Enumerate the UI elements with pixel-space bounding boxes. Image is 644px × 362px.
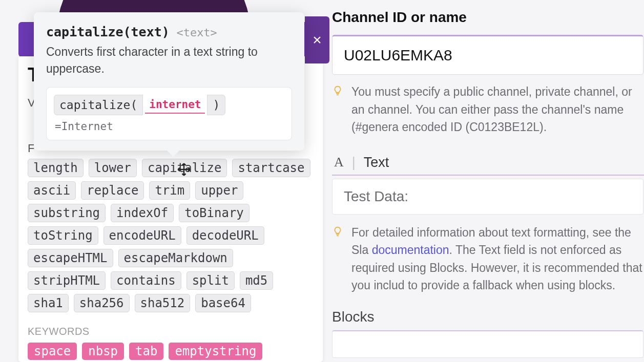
example-close: ) (207, 95, 225, 115)
function-doc-tooltip: capitalize(text) <text> Converts first c… (34, 12, 304, 151)
function-chip-md5[interactable]: md5 (240, 271, 273, 290)
keyword-chip-nbsp[interactable]: nbsp (82, 343, 124, 360)
blocks-input[interactable] (332, 330, 643, 358)
keyword-chip-space[interactable]: space (28, 343, 77, 360)
function-chip-contains[interactable]: contains (111, 271, 181, 290)
function-chip-indexOf[interactable]: indexOf (111, 204, 174, 222)
keyword-chip-emptystring[interactable]: emptystring (169, 343, 262, 360)
example-arg: internet (145, 96, 205, 114)
function-chip-escapeHTML[interactable]: escapeHTML (28, 249, 113, 267)
function-chip-toBinary[interactable]: toBinary (179, 204, 250, 222)
documentation-link[interactable]: documentation (372, 243, 449, 257)
close-button[interactable]: × (305, 16, 329, 63)
example-open: capitalize( (54, 95, 143, 115)
blocks-label: Blocks (332, 309, 644, 325)
function-chip-decodeURL[interactable]: decodeURL (186, 226, 264, 245)
function-chip-escapeMarkdown[interactable]: escapeMarkdown (118, 249, 233, 267)
function-return-type: <text> (176, 26, 217, 39)
text-tab-label: Text (364, 155, 389, 171)
function-chip-split[interactable]: split (186, 271, 235, 290)
function-chip-trim[interactable]: trim (149, 181, 190, 200)
keyword-list: spacenbsptabemptystringnewlinecarriagere… (28, 343, 310, 362)
function-chip-sha256[interactable]: sha256 (74, 294, 130, 312)
channel-input[interactable] (332, 35, 643, 75)
function-chip-replace[interactable]: replace (81, 181, 144, 200)
function-description: Converts first character in a text strin… (46, 44, 292, 78)
function-chip-upper[interactable]: upper (195, 181, 243, 200)
keyword-chip-tab[interactable]: tab (129, 343, 163, 360)
function-example: capitalize( internet ) =Internet (46, 87, 292, 140)
text-section-header[interactable]: A | Text (332, 151, 644, 176)
text-input[interactable]: Test Data: (332, 179, 643, 215)
text-format-icon: A (334, 155, 344, 170)
keywords-label: KEYWORDS (28, 326, 310, 337)
function-chip-toString[interactable]: toString (28, 226, 98, 245)
function-chip-base64[interactable]: base64 (195, 294, 251, 312)
channel-field-label: Channel ID or name (332, 9, 644, 26)
function-chip-substring[interactable]: substring (28, 204, 106, 222)
function-chip-startcase[interactable]: startcase (232, 159, 310, 177)
lightbulb-icon (332, 226, 343, 237)
tooltip-title: capitalize(text) <text> (46, 25, 292, 39)
function-chip-lower[interactable]: lower (89, 159, 137, 177)
function-chip-stripHTML[interactable]: stripHTML (28, 271, 106, 290)
function-chip-sha512[interactable]: sha512 (135, 294, 191, 312)
function-chip-length[interactable]: length (28, 159, 84, 177)
lightbulb-icon (332, 85, 343, 96)
function-signature: capitalize(text) (46, 25, 170, 39)
function-chip-capitalize[interactable]: capitalize (142, 159, 227, 177)
function-chip-encodeURL[interactable]: encodeURL (103, 226, 181, 245)
function-list: lengthlowercapitalizestartcaseasciirepla… (28, 159, 310, 312)
separator: | (352, 155, 356, 171)
close-icon: × (313, 31, 322, 49)
function-chip-ascii[interactable]: ascii (28, 181, 76, 200)
channel-tip: You must specify a public channel, priva… (351, 83, 644, 136)
function-chip-sha1[interactable]: sha1 (28, 294, 69, 312)
text-tip: For detailed information about text form… (351, 224, 644, 294)
example-result: =Internet (54, 120, 284, 133)
